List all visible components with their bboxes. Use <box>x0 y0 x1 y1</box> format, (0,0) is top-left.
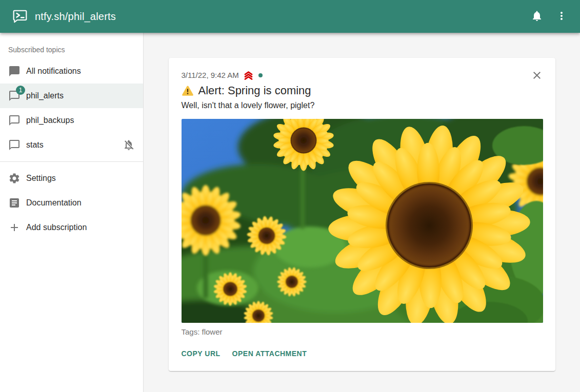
sidebar-item-add-subscription[interactable]: Add subscription <box>0 215 143 240</box>
open-attachment-button[interactable]: OPEN ATTACHMENT <box>232 344 307 363</box>
sidebar-item-phil-backups[interactable]: phil_backups <box>0 108 143 133</box>
bell-icon <box>531 10 543 24</box>
plus-icon <box>8 221 21 234</box>
notification-title: Alert: Spring is coming <box>198 84 311 98</box>
sidebar-item-label: Documentation <box>26 198 82 208</box>
sidebar-item-all-notifications[interactable]: All notifications <box>0 59 143 84</box>
app-bar: ntfy.sh/phil_alerts <box>0 0 580 33</box>
warning-triangle-icon <box>182 85 194 97</box>
kebab-menu-icon <box>555 10 568 24</box>
chat-bubble-outline-icon: 1 <box>8 90 21 102</box>
notification-actions: COPY URL OPEN ATTACHMENT <box>182 344 543 363</box>
close-x-icon <box>531 69 543 83</box>
notification-timestamp: 3/11/22, 9:42 AM <box>182 70 239 80</box>
notifications-bell-button[interactable] <box>525 4 549 29</box>
notification-message: Well, isn't that a lovely flower, piglet… <box>182 100 543 111</box>
sidebar-item-documentation[interactable]: Documentation <box>0 191 143 215</box>
unread-count-badge: 1 <box>16 86 25 95</box>
unread-dot-indicator <box>258 73 263 77</box>
subscribed-topics-label: Subscribed topics <box>0 33 143 59</box>
notification-title-row: Alert: Spring is coming <box>182 84 543 98</box>
sidebar-item-settings[interactable]: Settings <box>0 166 143 191</box>
notification-card: 3/11/22, 9:42 AM <box>169 58 555 371</box>
attachment-image-sunflowers[interactable] <box>182 119 543 323</box>
sidebar: Subscribed topics All notifications 1 ph… <box>0 33 144 392</box>
notification-meta: 3/11/22, 9:42 AM <box>182 70 543 80</box>
sidebar-item-label: Add subscription <box>26 223 87 232</box>
gear-icon <box>8 172 21 184</box>
app-title: ntfy.sh/phil_alerts <box>35 11 525 23</box>
sidebar-item-label: Settings <box>26 174 56 183</box>
sidebar-item-label: All notifications <box>26 67 81 76</box>
close-notification-button[interactable] <box>527 66 547 86</box>
chat-bubble-outline-icon <box>8 114 21 127</box>
high-priority-icon <box>243 71 254 80</box>
article-icon <box>8 197 21 209</box>
chat-bubble-filled-icon <box>8 65 21 77</box>
bell-off-icon <box>123 139 135 151</box>
copy-url-button[interactable]: COPY URL <box>182 344 221 363</box>
notifications-panel: 3/11/22, 9:42 AM <box>144 33 580 392</box>
notification-tags: Tags: flower <box>182 327 543 336</box>
sidebar-item-stats[interactable]: stats <box>0 133 143 157</box>
sidebar-divider <box>0 161 143 162</box>
sidebar-item-label: phil_alerts <box>26 91 64 100</box>
chat-bubble-outline-icon <box>8 139 21 151</box>
sidebar-item-label: phil_backups <box>26 116 74 125</box>
sidebar-item-label: stats <box>26 140 44 150</box>
sidebar-item-phil-alerts[interactable]: 1 phil_alerts <box>0 84 143 108</box>
overflow-menu-button[interactable] <box>549 4 574 29</box>
ntfy-logo-icon <box>12 9 28 24</box>
